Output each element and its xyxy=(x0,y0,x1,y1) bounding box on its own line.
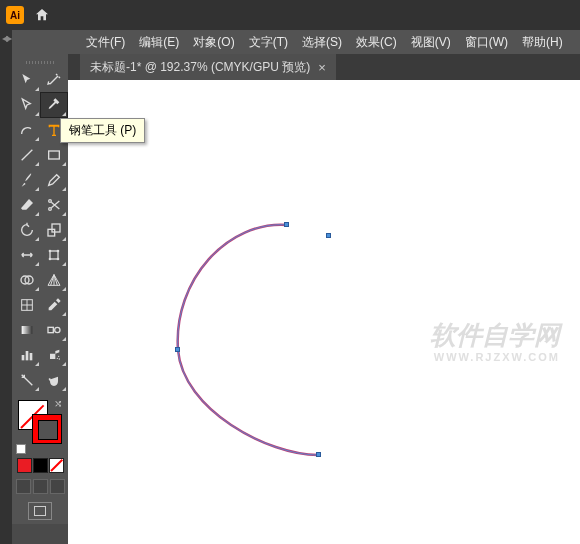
screen-mode-button[interactable] xyxy=(28,502,52,520)
shape-builder-tool[interactable] xyxy=(14,268,40,292)
menu-bar: 文件(F) 编辑(E) 对象(O) 文字(T) 选择(S) 效果(C) 视图(V… xyxy=(0,30,580,54)
svg-rect-13 xyxy=(21,326,32,334)
color-mode-black[interactable] xyxy=(33,458,48,473)
panel-grip[interactable] xyxy=(16,58,64,66)
swap-fill-stroke-icon[interactable]: ⤭ xyxy=(54,398,62,409)
menu-object[interactable]: 对象(O) xyxy=(187,32,240,53)
mesh-tool[interactable] xyxy=(14,293,40,317)
perspective-grid-tool[interactable] xyxy=(41,268,67,292)
svg-rect-14 xyxy=(48,327,53,332)
svg-point-7 xyxy=(57,250,58,251)
svg-point-20 xyxy=(56,358,57,359)
stroke-swatch[interactable] xyxy=(32,414,62,444)
rotate-tool[interactable] xyxy=(14,218,40,242)
eyedropper-tool[interactable] xyxy=(41,293,67,317)
anchor-point[interactable] xyxy=(326,233,331,238)
menu-view[interactable]: 视图(V) xyxy=(405,32,457,53)
scale-tool[interactable] xyxy=(41,218,67,242)
direct-selection-tool[interactable] xyxy=(14,93,40,117)
pencil-tool[interactable] xyxy=(41,168,67,192)
svg-point-2 xyxy=(48,208,51,211)
document-tabs: 未标题-1* @ 192.37% (CMYK/GPU 预览) × xyxy=(0,54,580,80)
fill-stroke-swatches[interactable]: ⤭ xyxy=(16,398,64,454)
blend-tool[interactable] xyxy=(41,318,67,342)
color-mode-row xyxy=(17,458,64,473)
svg-point-19 xyxy=(58,356,59,357)
menu-edit[interactable]: 编辑(E) xyxy=(133,32,185,53)
column-graph-tool[interactable] xyxy=(14,343,40,367)
paintbrush-tool[interactable] xyxy=(14,168,40,192)
anchor-point[interactable] xyxy=(175,347,180,352)
selection-tool[interactable] xyxy=(14,68,40,92)
menu-window[interactable]: 窗口(W) xyxy=(459,32,514,53)
watermark: 软件自学网 WWW.RJZXW.COM xyxy=(430,320,560,364)
tooltip: 钢笔工具 (P) xyxy=(60,118,145,143)
svg-point-6 xyxy=(49,250,50,251)
svg-point-8 xyxy=(49,258,50,259)
draw-behind[interactable] xyxy=(33,479,48,494)
color-mode-solid[interactable] xyxy=(17,458,32,473)
collapse-arrows-icon: ◀▶ xyxy=(2,34,10,544)
panel-collapse-gutter[interactable]: ◀▶ xyxy=(0,30,12,544)
default-fill-stroke[interactable] xyxy=(16,444,26,454)
svg-rect-16 xyxy=(21,355,24,360)
menu-effect[interactable]: 效果(C) xyxy=(350,32,403,53)
svg-point-1 xyxy=(48,200,51,203)
slice-tool[interactable] xyxy=(14,368,40,392)
watermark-text: 软件自学网 xyxy=(430,320,560,351)
menu-select[interactable]: 选择(S) xyxy=(296,32,348,53)
svg-point-15 xyxy=(54,327,59,332)
menu-help[interactable]: 帮助(H) xyxy=(516,32,569,53)
anchor-point[interactable] xyxy=(316,452,321,457)
svg-rect-5 xyxy=(50,251,58,259)
svg-point-9 xyxy=(57,258,58,259)
home-icon[interactable] xyxy=(34,7,50,23)
rectangle-tool[interactable] xyxy=(41,143,67,167)
anchor-point[interactable] xyxy=(284,222,289,227)
watermark-url: WWW.RJZXW.COM xyxy=(430,351,560,364)
svg-rect-0 xyxy=(48,151,59,159)
document-tab[interactable]: 未标题-1* @ 192.37% (CMYK/GPU 预览) × xyxy=(80,54,336,80)
symbol-sprayer-tool[interactable] xyxy=(41,343,67,367)
svg-point-21 xyxy=(58,358,59,359)
menu-file[interactable]: 文件(F) xyxy=(80,32,131,53)
color-mode-none[interactable] xyxy=(49,458,64,473)
draw-modes xyxy=(16,479,65,494)
tab-close-icon[interactable]: × xyxy=(318,60,326,75)
pen-tool[interactable] xyxy=(41,93,67,117)
eraser-tool[interactable] xyxy=(14,193,40,217)
app-logo: Ai xyxy=(6,6,24,24)
scissors-tool[interactable] xyxy=(41,193,67,217)
curvature-tool[interactable] xyxy=(14,118,40,142)
gradient-tool[interactable] xyxy=(14,318,40,342)
magic-wand-tool[interactable] xyxy=(41,68,67,92)
canvas[interactable]: 软件自学网 WWW.RJZXW.COM xyxy=(68,80,580,544)
menu-type[interactable]: 文字(T) xyxy=(243,32,294,53)
svg-rect-18 xyxy=(29,353,32,360)
svg-rect-17 xyxy=(25,351,28,360)
hand-tool[interactable] xyxy=(41,368,67,392)
width-tool[interactable] xyxy=(14,243,40,267)
tab-title: 未标题-1* @ 192.37% (CMYK/GPU 预览) xyxy=(90,59,310,76)
free-transform-tool[interactable] xyxy=(41,243,67,267)
artwork-path[interactable] xyxy=(168,210,368,460)
line-tool[interactable] xyxy=(14,143,40,167)
draw-normal[interactable] xyxy=(16,479,31,494)
draw-inside[interactable] xyxy=(50,479,65,494)
svg-rect-4 xyxy=(52,224,60,232)
